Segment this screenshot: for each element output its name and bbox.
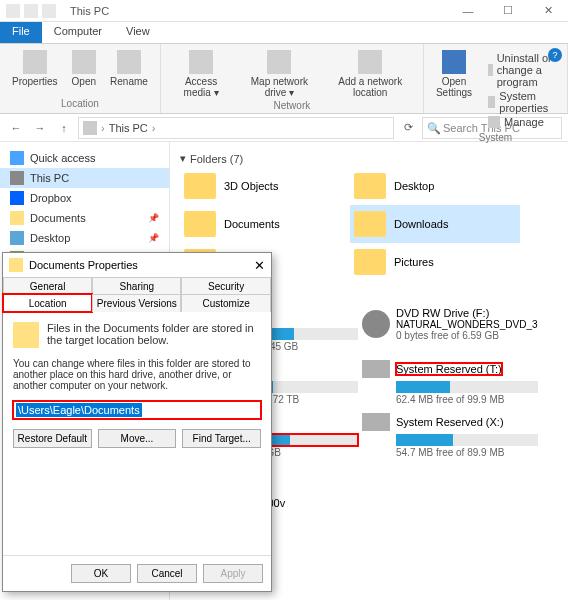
open-button[interactable]: Open: [68, 48, 100, 89]
add-network-location-button[interactable]: Add a network location: [325, 48, 415, 100]
tab-sharing[interactable]: Sharing: [92, 277, 181, 295]
dialog-tabs: General Sharing Security Location Previo…: [3, 277, 271, 312]
pc-icon: [83, 121, 97, 135]
folder-downloads[interactable]: Downloads: [350, 205, 520, 243]
manage-button[interactable]: Manage: [488, 116, 553, 128]
forward-button[interactable]: →: [30, 118, 50, 138]
move-button[interactable]: Move...: [98, 429, 177, 448]
refresh-button[interactable]: ⟳: [398, 118, 418, 138]
folder-icon: [184, 173, 216, 199]
qat-dropdown-icon[interactable]: [42, 4, 56, 18]
desktop-icon: [10, 231, 24, 245]
sidebar-item-dropbox[interactable]: Dropbox: [0, 188, 169, 208]
folder-icon: [354, 249, 386, 275]
drive-t[interactable]: System Reserved (T:)62.4 MB free of 99.9…: [360, 356, 540, 409]
drive-x[interactable]: System Reserved (X:)54.7 MB free of 89.9…: [360, 409, 540, 462]
tab-customize[interactable]: Customize: [181, 294, 270, 312]
group-label: Network: [274, 100, 311, 111]
apply-button[interactable]: Apply: [203, 564, 263, 583]
dialog-info-2: You can change where files in this folde…: [13, 358, 261, 391]
group-label: Location: [61, 98, 99, 109]
open-settings-button[interactable]: Open Settings: [432, 48, 476, 132]
star-icon: [10, 151, 24, 165]
help-button[interactable]: ?: [548, 48, 562, 62]
maximize-button[interactable]: ☐: [488, 0, 528, 22]
folder-icon: [354, 211, 386, 237]
folder-3d-objects[interactable]: 3D Objects: [180, 167, 350, 205]
tab-previous-versions[interactable]: Previous Versions: [92, 294, 181, 312]
dialog-close-button[interactable]: ✕: [254, 258, 265, 273]
drive-dvd[interactable]: DVD RW Drive (F:)NATURAL_WONDERS_DVD_30 …: [360, 303, 540, 356]
breadcrumb-item[interactable]: This PC: [109, 122, 148, 134]
dialog-title: Documents Properties: [29, 259, 138, 271]
drive-icon: [362, 360, 390, 378]
qat-icon[interactable]: [6, 4, 20, 18]
dialog-info-1: Files in the Documents folder are stored…: [13, 322, 261, 348]
ribbon-group-system: Open Settings Uninstall or change a prog…: [424, 44, 568, 113]
folders-section-header[interactable]: ▾ Folders (7): [180, 150, 558, 167]
location-path-input[interactable]: \Users\Eagle\Documents: [13, 401, 261, 419]
properties-dialog: Documents Properties ✕ General Sharing S…: [2, 252, 272, 592]
sidebar-item-quick-access[interactable]: Quick access: [0, 148, 169, 168]
folder-icon: [354, 173, 386, 199]
back-button[interactable]: ←: [6, 118, 26, 138]
folder-pictures[interactable]: Pictures: [350, 243, 520, 281]
pc-icon: [10, 171, 24, 185]
folder-documents[interactable]: Documents: [180, 205, 350, 243]
tab-general[interactable]: General: [3, 277, 92, 295]
sidebar-item-this-pc[interactable]: This PC: [0, 168, 169, 188]
cancel-button[interactable]: Cancel: [137, 564, 197, 583]
ribbon-group-network: Access media ▾ Map network drive ▾ Add a…: [161, 44, 424, 113]
tab-computer[interactable]: Computer: [42, 22, 114, 43]
find-target-button[interactable]: Find Target...: [182, 429, 261, 448]
tab-security[interactable]: Security: [181, 277, 270, 295]
ribbon-group-location: Properties Open Rename Location: [0, 44, 161, 113]
rename-button[interactable]: Rename: [106, 48, 152, 89]
tab-file[interactable]: File: [0, 22, 42, 43]
folder-desktop[interactable]: Desktop: [350, 167, 520, 205]
minimize-button[interactable]: —: [448, 0, 488, 22]
drive-icon: [362, 413, 390, 431]
dvd-icon: [362, 310, 390, 338]
quick-access-toolbar: [0, 4, 62, 18]
pin-icon: 📌: [148, 213, 159, 223]
folder-icon: [184, 211, 216, 237]
folder-icon: [13, 322, 39, 348]
restore-default-button[interactable]: Restore Default: [13, 429, 92, 448]
dialog-title-bar: Documents Properties ✕: [3, 253, 271, 277]
pin-icon: 📌: [148, 233, 159, 243]
sidebar-item-documents[interactable]: Documents📌: [0, 208, 169, 228]
breadcrumb[interactable]: This PC: [78, 117, 394, 139]
window-title: This PC: [70, 5, 109, 17]
up-button[interactable]: ↑: [54, 118, 74, 138]
sidebar-item-desktop[interactable]: Desktop📌: [0, 228, 169, 248]
ribbon-tabs: File Computer View: [0, 22, 568, 44]
uninstall-program-button[interactable]: Uninstall or change a program: [488, 52, 553, 88]
access-media-button[interactable]: Access media ▾: [169, 48, 233, 100]
folder-icon: [9, 258, 23, 272]
map-network-drive-button[interactable]: Map network drive ▾: [239, 48, 319, 100]
folder-icon: [10, 211, 24, 225]
system-properties-button[interactable]: System properties: [488, 90, 553, 114]
properties-button[interactable]: Properties: [8, 48, 62, 89]
group-label: System: [479, 132, 512, 143]
title-bar: This PC — ☐ ✕: [0, 0, 568, 22]
ok-button[interactable]: OK: [71, 564, 131, 583]
qat-icon[interactable]: [24, 4, 38, 18]
tab-location[interactable]: Location: [3, 294, 92, 312]
dropbox-icon: [10, 191, 24, 205]
close-button[interactable]: ✕: [528, 0, 568, 22]
tab-view[interactable]: View: [114, 22, 162, 43]
ribbon: Properties Open Rename Location Access m…: [0, 44, 568, 114]
